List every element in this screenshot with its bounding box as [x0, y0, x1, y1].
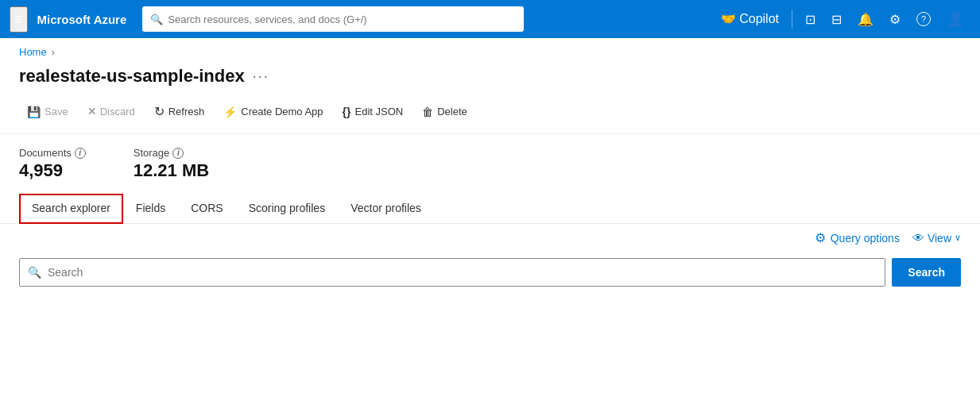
- query-options-button[interactable]: ⚙ Query options: [815, 230, 900, 245]
- device-button[interactable]: ⊟: [825, 7, 848, 32]
- documents-value: 4,959: [19, 160, 86, 181]
- help-icon: ?: [916, 12, 931, 26]
- stats-row: Documents i 4,959 Storage i 12.21 MB: [0, 134, 980, 187]
- refresh-icon: ↻: [154, 104, 165, 119]
- settings-button[interactable]: ⚙: [883, 7, 907, 32]
- search-small-icon: 🔍: [28, 266, 41, 279]
- tab-scoring-profiles[interactable]: Scoring profiles: [236, 194, 339, 224]
- view-label: View: [928, 232, 951, 245]
- global-search-input[interactable]: [168, 13, 516, 25]
- search-button[interactable]: Search: [892, 258, 961, 287]
- tab-fields-label: Fields: [136, 202, 165, 214]
- search-button-label: Search: [908, 266, 945, 279]
- topbar-icons: 🤝 Copilot ⊡ ⊟ 🔔 ⚙ ? 👤: [715, 6, 970, 33]
- save-icon: 💾: [27, 106, 41, 118]
- documents-stat: Documents i 4,959: [19, 147, 86, 181]
- delete-icon: 🗑: [422, 106, 433, 118]
- storage-info-icon[interactable]: i: [172, 148, 184, 159]
- view-eye-icon: 👁: [912, 231, 924, 245]
- tab-search-explorer-label: Search explorer: [32, 202, 110, 214]
- tabs: Search explorer Fields CORS Scoring prof…: [0, 194, 980, 224]
- delete-label: Delete: [437, 106, 467, 117]
- tab-vector-profiles-label: Vector profiles: [351, 202, 421, 214]
- storage-stat: Storage i 12.21 MB: [134, 147, 209, 181]
- tab-vector-profiles[interactable]: Vector profiles: [338, 194, 434, 224]
- discard-button[interactable]: ✕ Discard: [79, 101, 143, 122]
- discard-icon: ✕: [87, 106, 96, 117]
- edit-json-icon: {}: [343, 106, 351, 118]
- hamburger-icon: ≡: [14, 11, 23, 27]
- discard-label: Discard: [100, 106, 135, 117]
- page-header: realestate-us-sample-index ···: [0, 61, 980, 99]
- topbar: ≡ Microsoft Azure 🔍 🤝 Copilot ⊡ ⊟ 🔔 ⚙ ? …: [0, 0, 980, 38]
- view-button[interactable]: 👁 View ∨: [912, 231, 961, 245]
- search-input-wrap[interactable]: 🔍: [19, 258, 885, 287]
- tab-scoring-profiles-label: Scoring profiles: [249, 202, 326, 214]
- documents-label: Documents: [19, 147, 72, 159]
- save-button[interactable]: 💾 Save: [19, 101, 76, 123]
- copilot-button[interactable]: 🤝 Copilot: [715, 7, 785, 31]
- query-options-row: ⚙ Query options 👁 View ∨: [0, 224, 980, 252]
- search-bar-row: 🔍 Search: [0, 252, 980, 299]
- topbar-divider-1: [792, 10, 792, 29]
- edit-json-label: Edit JSON: [355, 106, 404, 117]
- tab-fields[interactable]: Fields: [123, 194, 178, 224]
- query-options-gear-icon: ⚙: [815, 230, 826, 245]
- hamburger-menu-button[interactable]: ≡: [10, 6, 28, 33]
- notifications-button[interactable]: 🔔: [851, 7, 880, 32]
- storage-value: 12.21 MB: [134, 160, 209, 181]
- global-search-icon: 🔍: [150, 13, 163, 25]
- chevron-down-icon: ∨: [955, 233, 961, 243]
- storage-label: Storage: [134, 147, 170, 159]
- tab-cors[interactable]: CORS: [178, 194, 235, 224]
- search-input[interactable]: [48, 266, 877, 279]
- tab-search-explorer[interactable]: Search explorer: [19, 194, 123, 224]
- bell-icon: 🔔: [858, 12, 873, 27]
- create-demo-label: Create Demo App: [241, 106, 323, 117]
- settings-icon: ⚙: [889, 12, 901, 27]
- refresh-label: Refresh: [168, 106, 205, 117]
- brand-name: Microsoft Azure: [37, 13, 127, 26]
- breadcrumb: Home ›: [0, 38, 980, 61]
- toolbar: 💾 Save ✕ Discard ↻ Refresh ⚡ Create Demo…: [0, 99, 980, 134]
- terminal-icon: ⊡: [805, 12, 815, 27]
- device-icon: ⊟: [831, 12, 842, 27]
- page-title: realestate-us-sample-index: [19, 66, 245, 87]
- delete-button[interactable]: 🗑 Delete: [414, 101, 475, 123]
- edit-json-button[interactable]: {} Edit JSON: [335, 101, 412, 123]
- breadcrumb-separator: ›: [52, 47, 55, 58]
- save-label: Save: [45, 106, 68, 117]
- help-button[interactable]: ?: [910, 7, 937, 31]
- terminal-button[interactable]: ⊡: [799, 7, 822, 32]
- query-options-label: Query options: [831, 232, 900, 245]
- breadcrumb-home[interactable]: Home: [19, 46, 47, 58]
- page-options-dots[interactable]: ···: [253, 68, 269, 85]
- documents-info-icon[interactable]: i: [75, 148, 86, 159]
- create-demo-app-button[interactable]: ⚡ Create Demo App: [215, 101, 331, 123]
- copilot-icon: 🤝: [721, 12, 736, 26]
- refresh-button[interactable]: ↻ Refresh: [146, 99, 213, 124]
- copilot-label: Copilot: [739, 12, 779, 26]
- create-demo-icon: ⚡: [223, 106, 237, 118]
- tab-cors-label: CORS: [191, 202, 223, 214]
- global-search-box[interactable]: 🔍: [142, 6, 524, 32]
- profile-button[interactable]: 👤: [940, 6, 970, 33]
- profile-icon: 👤: [947, 10, 964, 28]
